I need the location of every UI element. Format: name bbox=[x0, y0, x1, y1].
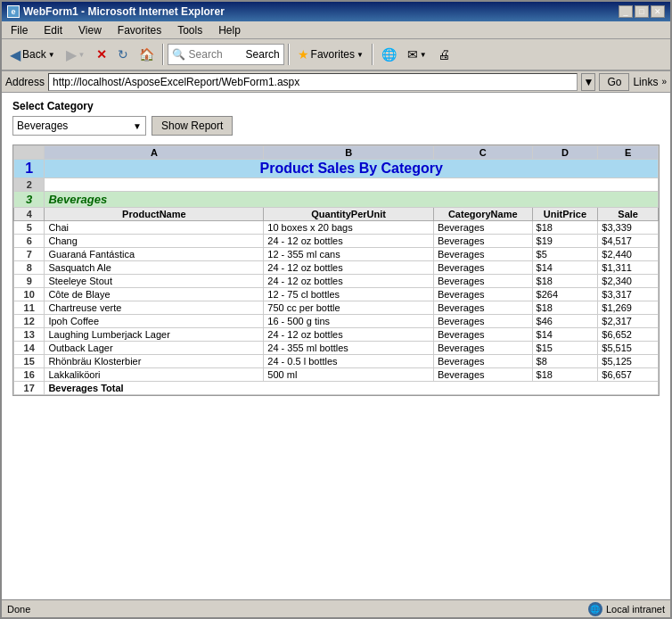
header-qty-per-unit: QuantityPerUnit bbox=[264, 208, 434, 221]
product-name: Steeleye Stout bbox=[45, 275, 264, 288]
favorites-label: Favorites bbox=[311, 48, 355, 61]
search-label: Search bbox=[246, 48, 280, 61]
qty-per-unit: 24 - 12 oz bottles bbox=[264, 235, 434, 248]
qty-per-unit: 24 - 12 oz bottles bbox=[264, 328, 434, 342]
back-button[interactable]: ◀ Back ▼ bbox=[5, 42, 60, 67]
table-row: 15 Rhönbräu Klosterbier 24 - 0.5 l bottl… bbox=[14, 355, 659, 368]
media-icon: 🌐 bbox=[381, 47, 397, 62]
menu-tools[interactable]: Tools bbox=[172, 23, 208, 37]
qty-per-unit: 24 - 0.5 l bottles bbox=[264, 355, 434, 368]
home-icon: 🏠 bbox=[139, 47, 154, 62]
refresh-button[interactable]: ↻ bbox=[113, 42, 133, 67]
menu-help[interactable]: Help bbox=[213, 23, 246, 37]
sale: $3,317 bbox=[598, 288, 659, 301]
menu-favorites[interactable]: Favorites bbox=[112, 23, 167, 37]
forward-button[interactable]: ▶ ▼ bbox=[61, 42, 90, 67]
back-arrow-icon: ◀ bbox=[10, 46, 20, 63]
product-name: Lakkaliköori bbox=[45, 368, 264, 382]
status-right: 🌐 Local intranet bbox=[588, 602, 665, 616]
search-box[interactable]: 🔍 Search bbox=[168, 44, 284, 65]
print-button[interactable]: 🖨 bbox=[433, 42, 455, 67]
sale: $2,340 bbox=[598, 275, 659, 288]
title-bar-buttons: _ □ ✕ bbox=[619, 5, 665, 18]
home-button[interactable]: 🏠 bbox=[135, 42, 159, 67]
unit-price: $18 bbox=[532, 301, 598, 315]
mail-dropdown-icon: ▼ bbox=[420, 51, 427, 59]
stop-button[interactable]: ✕ bbox=[92, 42, 111, 67]
qty-per-unit: 500 ml bbox=[264, 368, 434, 382]
product-name: Sasquatch Ale bbox=[45, 261, 264, 275]
media-button[interactable]: 🌐 bbox=[377, 42, 401, 67]
table-row: 5 Chai 10 boxes x 20 bags Beverages $18 … bbox=[14, 221, 659, 235]
menu-edit[interactable]: Edit bbox=[38, 23, 68, 37]
table-row: 10 Côte de Blaye 12 - 75 cl bottles Beve… bbox=[14, 288, 659, 301]
qty-per-unit: 24 - 355 ml bottles bbox=[264, 342, 434, 355]
col-header-d: D bbox=[532, 146, 598, 160]
unit-price: $8 bbox=[532, 355, 598, 368]
cat-name: Beverages bbox=[433, 288, 532, 301]
unit-price: $18 bbox=[532, 275, 598, 288]
status-zone: Local intranet bbox=[606, 604, 665, 615]
col-header-a: A bbox=[45, 146, 264, 160]
back-label: Back bbox=[22, 48, 46, 61]
show-report-button[interactable]: Show Report bbox=[152, 116, 233, 136]
unit-price: $19 bbox=[532, 235, 598, 248]
search-input[interactable] bbox=[189, 48, 242, 61]
back-dropdown-icon: ▼ bbox=[48, 51, 55, 59]
toolbar: ◀ Back ▼ ▶ ▼ ✕ ↻ 🏠 🔍 Search ★ Favorites … bbox=[2, 39, 670, 71]
links-arrow-icon: » bbox=[661, 77, 667, 87]
security-icon: 🌐 bbox=[588, 602, 602, 616]
cat-name: Beverages bbox=[433, 342, 532, 355]
go-button[interactable]: Go bbox=[599, 73, 629, 91]
toolbar-separator-2 bbox=[288, 44, 290, 65]
mail-button[interactable]: ✉ ▼ bbox=[403, 42, 431, 67]
unit-price: $14 bbox=[532, 261, 598, 275]
maximize-button[interactable]: □ bbox=[635, 5, 649, 18]
menu-view[interactable]: View bbox=[73, 23, 107, 37]
menu-bar: File Edit View Favorites Tools Help bbox=[2, 21, 670, 39]
page-content-area: Select Category Beverages ▼ Show Report … bbox=[2, 93, 670, 599]
sale: $2,440 bbox=[598, 248, 659, 261]
product-name: Chartreuse verte bbox=[45, 301, 264, 315]
table-row: 11 Chartreuse verte 750 cc per bottle Be… bbox=[14, 301, 659, 315]
page-content: Select Category Beverages ▼ Show Report … bbox=[2, 93, 670, 599]
controls-row: Beverages ▼ Show Report bbox=[12, 116, 660, 136]
unit-price: $5 bbox=[532, 248, 598, 261]
print-icon: 🖨 bbox=[438, 47, 450, 62]
menu-file[interactable]: File bbox=[5, 23, 33, 37]
minimize-button[interactable]: _ bbox=[619, 5, 633, 18]
title-bar: e WebForm1 - Microsoft Internet Explorer… bbox=[2, 2, 670, 21]
address-dropdown[interactable]: ▼ bbox=[581, 73, 595, 91]
row-num-header bbox=[14, 146, 45, 160]
sale: $6,657 bbox=[598, 368, 659, 382]
product-name: Guaraná Fantástica bbox=[45, 248, 264, 261]
sale: $2,317 bbox=[598, 315, 659, 328]
row-num-7: 7 bbox=[14, 248, 45, 261]
forward-icon: ▶ bbox=[66, 46, 77, 63]
category-value: Beverages bbox=[17, 120, 68, 132]
search-box-icon: 🔍 bbox=[172, 48, 185, 61]
row-num-9: 9 bbox=[14, 275, 45, 288]
status-left: Done bbox=[7, 604, 30, 615]
address-url[interactable]: http://localhost/AsposeExcelReport/WebFo… bbox=[48, 73, 578, 91]
close-button[interactable]: ✕ bbox=[651, 5, 665, 18]
select-category-label: Select Category bbox=[12, 100, 660, 112]
row-num-4: 4 bbox=[14, 208, 45, 221]
unit-price: $14 bbox=[532, 328, 598, 342]
stop-icon: ✕ bbox=[96, 47, 107, 62]
dropdown-arrow-icon: ▼ bbox=[133, 121, 142, 131]
links-label: Links bbox=[633, 76, 658, 88]
col-header-b: B bbox=[264, 146, 434, 160]
sale: $1,311 bbox=[598, 261, 659, 275]
sale: $1,269 bbox=[598, 301, 659, 315]
row-4: 4 ProductName QuantityPerUnit CategoryNa… bbox=[14, 208, 659, 221]
table-row: 8 Sasquatch Ale 24 - 12 oz bottles Bever… bbox=[14, 261, 659, 275]
header-product-name: ProductName bbox=[45, 208, 264, 221]
favorites-button[interactable]: ★ Favorites ▼ bbox=[293, 42, 368, 67]
category-dropdown[interactable]: Beverages ▼ bbox=[12, 116, 146, 136]
title-row-1: 1 Product Sales By Category bbox=[14, 160, 659, 178]
table-row: 13 Laughing Lumberjack Lager 24 - 12 oz … bbox=[14, 328, 659, 342]
cat-name: Beverages bbox=[433, 235, 532, 248]
table-row: 12 Ipoh Coffee 16 - 500 g tins Beverages… bbox=[14, 315, 659, 328]
header-unit-price: UnitPrice bbox=[532, 208, 598, 221]
